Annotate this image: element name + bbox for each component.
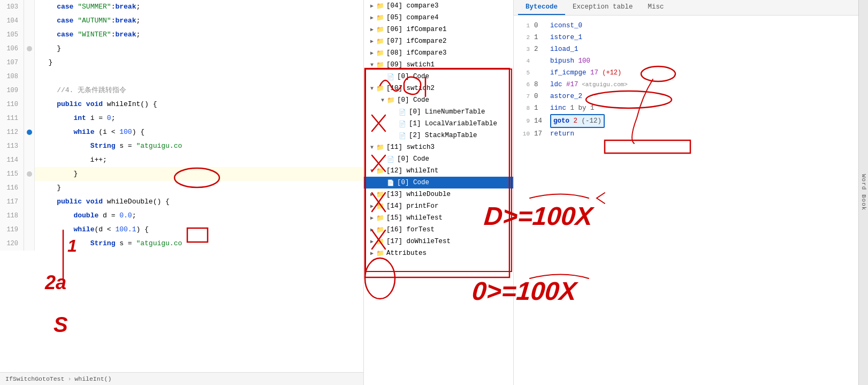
tree-item-linenum[interactable]: [0] LineNumberTable [364,106,513,118]
bc-arg-4: 100 [578,55,591,67]
line-num-106: 106 [0,42,24,56]
tree-item-dowhiletest[interactable]: [17] doWhileTest [364,236,513,247]
code-line-110: 110 public void whileInt() { [0,97,363,111]
bc-linenum-8: 8 [519,102,530,114]
status-method: whileInt() [74,375,111,382]
line-content-110: public void whileInt() { [35,97,363,111]
tree-item-swtich3-code[interactable]: [0] Code [364,153,513,165]
tree-item-swtich3[interactable]: [11] swtich3 [364,141,513,153]
gutter-119 [24,223,35,237]
tree-item-printfor[interactable]: [14] printFor [364,200,513,212]
line-num-114: 114 [0,153,24,167]
line-num-113: 113 [0,139,24,153]
gutter-115 [24,167,35,181]
tree-label-swtich2: [10] swtich2 [386,85,435,92]
code-line-114: 114 i++; [0,153,363,167]
file-icon-swtich1-code [386,72,395,81]
folder-icon-printfor [376,202,384,210]
tree-item-whiledouble[interactable]: [13] whileDouble [364,188,513,200]
folder-icon-compare3 [376,2,384,10]
line-content-105: case "WINTER":break; [35,28,363,42]
chevron-dowhiletest [368,238,376,245]
status-class: IfSwitchGotoTest [5,375,64,382]
tree-item-swtich1[interactable]: [09] swtich1 [364,59,513,71]
tree-label-ifcompare1: [06] ifCompare1 [386,26,447,33]
tree-item-swtich1-code[interactable]: [0] Code [364,71,513,82]
tab-bytecode[interactable]: Bytecode [518,0,565,15]
code-line-116: 116 } [0,181,363,195]
bc-instr-2: istore_1 [550,32,582,43]
bc-linenum-10: 10 [519,128,530,140]
chevron-ifcompare2 [368,38,376,44]
bc-line-10: 10 17 return [519,128,853,140]
tree-item-fortest[interactable]: [16] forTest [364,224,513,236]
gutter-108 [24,70,35,84]
tree-label-swtich3: [11] swtich3 [386,144,435,151]
bc-linenum-2: 2 [519,32,530,43]
tree-item-ifcompare3[interactable]: [08] ifCompare3 [364,47,513,59]
bc-line-5: 5 if_icmpge 17 (+12) [519,67,853,79]
line-content-113: String s = "atguigu.co [35,139,363,153]
bytecode-content: 1 0 iconst_0 2 1 istore_1 3 2 iload_1 4 … [514,16,858,383]
line-num-104: 104 [0,14,24,28]
chevron-ifcompare3 [368,50,376,56]
tree-item-swtich2-code[interactable]: [0] Code [364,94,513,106]
bc-linenum-1: 1 [519,20,530,32]
folder-icon-swtich2 [376,84,384,93]
code-line-105: 105 case "WINTER":break; [0,28,363,42]
bc-arg-6: #17 [566,79,578,90]
status-bar: IfSwitchGotoTest › whileInt() [0,372,364,385]
bytecode-panel: Bytecode Exception table Misc 1 0 iconst… [514,0,858,385]
tab-misc[interactable]: Misc [641,0,672,15]
line-content-106: } [35,42,363,56]
chevron-attributes [368,250,376,256]
line-content-108 [35,70,363,84]
line-num-111: 111 [0,111,24,125]
tree-label-swtich3-code: [0] Code [397,155,429,163]
code-line-113: 113 String s = "atguigu.co [0,139,363,153]
chevron-ifcompare1 [368,26,376,33]
tree-item-attributes[interactable]: Attributes [364,247,513,259]
tree-label-compare4: [05] compare4 [386,14,439,21]
bc-instr-3: iload_1 [550,43,578,55]
chevron-swtich2-code [379,97,386,103]
folder-icon-swtich1 [376,61,384,69]
tree-item-whileint-code[interactable]: [0] Code [364,177,513,188]
tab-exception[interactable]: Exception table [565,0,641,15]
bc-offset-1: 0 [534,20,547,32]
line-num-120: 120 [0,237,24,251]
tree-item-compare4[interactable]: [05] compare4 [364,12,513,24]
tree-item-ifcompare2[interactable]: [07] ifCompare2 [364,35,513,47]
line-content-120: String s = "atguigu.co [35,237,363,251]
chevron-printfor [368,203,376,209]
tree-item-stackmap[interactable]: [2] StackMapTable [364,130,513,141]
bc-line-2: 2 1 istore_1 [519,32,853,43]
line-content-115: } [35,167,363,181]
bc-instr-4: bipush [550,55,578,67]
bc-arg-5: 17 [590,67,598,79]
tree-item-ifcompare1[interactable]: [06] ifCompare1 [364,24,513,35]
code-line-115: 115 } [0,167,363,181]
folder-icon-whileint [376,167,384,175]
tree-item-compare3[interactable]: [04] compare3 [364,0,513,12]
folder-icon-attributes [376,249,384,258]
line-num-117: 117 [0,195,24,209]
tree-label-whileint: [12] whileInt [386,167,439,175]
tree-item-whileint[interactable]: [12] whileInt [364,165,513,177]
word-book-strip[interactable]: Word Book [858,0,868,385]
gutter-116 [24,181,35,195]
tree-item-whiletest[interactable]: [15] whileTest [364,212,513,224]
line-content-119: while(d < 100.1) { [35,223,363,237]
line-content-112: while (i < 100) { [35,125,363,139]
gutter-104 [24,14,35,28]
code-line-107: 107 } [0,56,363,70]
tree-item-swtich2[interactable]: [10] swtich2 [364,82,513,94]
code-panel: 103 case "SUMMER":break; 104 case "AUTUM… [0,0,364,385]
chevron-whileint [368,168,376,174]
bc-offset-7: 0 [534,90,547,102]
tree-item-localvar[interactable]: [1] LocalVariableTable [364,118,513,130]
code-line-119: 119 while(d < 100.1) { [0,223,363,237]
bc-instr-10: return [550,128,574,140]
code-line-111: 111 int i = 0; [0,111,363,125]
line-num-107: 107 [0,56,24,70]
